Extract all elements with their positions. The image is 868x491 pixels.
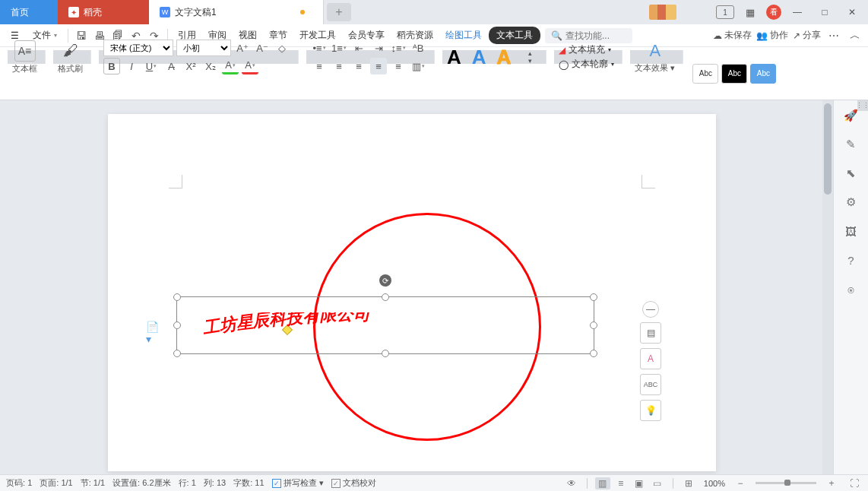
- text-style-black[interactable]: A: [447, 46, 461, 69]
- underline-button[interactable]: U▾: [143, 58, 160, 74]
- collapse-ribbon-icon[interactable]: ︿: [847, 27, 863, 44]
- resize-handle[interactable]: [590, 322, 597, 329]
- pen-icon[interactable]: ✎: [844, 137, 859, 152]
- font-name-select[interactable]: 宋体 (正文): [103, 40, 173, 56]
- zoom-slider-handle[interactable]: [784, 480, 790, 486]
- fullscreen-icon[interactable]: ⛶: [847, 477, 862, 489]
- text-outline-button[interactable]: ◯文本轮廓▾: [559, 58, 614, 71]
- menu-text-tools[interactable]: 文本工具: [489, 27, 540, 44]
- panel-handle-icon[interactable]: ⋮⋮: [857, 100, 868, 111]
- maximize-button[interactable]: □: [813, 3, 836, 21]
- apps-icon[interactable]: ▦: [739, 3, 762, 21]
- select-icon[interactable]: ⬉: [844, 166, 859, 181]
- image-icon[interactable]: 🖼: [844, 223, 859, 239]
- highlight-button[interactable]: A▾: [222, 58, 239, 74]
- resize-handle[interactable]: [173, 322, 181, 329]
- superscript-button[interactable]: X²: [182, 58, 199, 74]
- view-read-icon[interactable]: ▭: [650, 477, 665, 489]
- eye-icon[interactable]: 👁: [564, 477, 579, 489]
- proofread-button[interactable]: ✓文档校对: [331, 477, 376, 489]
- shrink-font-icon[interactable]: A⁻: [254, 40, 271, 56]
- indent-right-icon[interactable]: ⇥: [370, 40, 387, 56]
- zoom-out-icon[interactable]: −: [733, 477, 748, 489]
- resize-handle[interactable]: [382, 350, 389, 357]
- abc-icon[interactable]: ABC: [640, 374, 661, 395]
- columns-icon[interactable]: ▥▾: [410, 58, 426, 74]
- resize-handle[interactable]: [590, 350, 597, 357]
- rotate-handle-icon[interactable]: ⟳: [379, 274, 391, 287]
- idea-icon[interactable]: 💡: [640, 400, 661, 421]
- resize-handle[interactable]: [590, 293, 597, 301]
- bullets-icon[interactable]: •≡▾: [311, 40, 328, 56]
- settings-icon[interactable]: ⚙: [844, 195, 859, 210]
- resize-handle[interactable]: [173, 350, 181, 357]
- subscript-button[interactable]: X₂: [202, 58, 219, 74]
- line-spacing-icon[interactable]: ↕≡▾: [390, 40, 407, 56]
- tab-docker[interactable]: ✦稻壳: [58, 0, 149, 24]
- view-page-icon[interactable]: ▥: [595, 477, 610, 489]
- search-box[interactable]: 🔍: [545, 28, 632, 43]
- close-button[interactable]: ✕: [841, 3, 863, 21]
- indent-left-icon[interactable]: ⇤: [350, 40, 367, 56]
- grow-font-icon[interactable]: A⁺: [234, 40, 251, 56]
- paragraph-tag-icon[interactable]: 📄▾: [146, 321, 160, 334]
- tab-home[interactable]: 首页: [0, 0, 58, 24]
- page-num[interactable]: 页码: 1: [6, 477, 32, 489]
- text-style-blue[interactable]: A: [472, 46, 486, 69]
- resize-handle[interactable]: [173, 293, 181, 301]
- align-left-icon[interactable]: ≡: [311, 58, 328, 74]
- workspace-badge[interactable]: 1: [716, 5, 734, 19]
- zoom-in-icon[interactable]: +: [824, 477, 839, 489]
- spell-check-toggle[interactable]: ✓拼写检查 ▾: [272, 477, 324, 489]
- wrap-icon[interactable]: ▤: [640, 322, 661, 344]
- menu-draw-tools[interactable]: 绘图工具: [440, 26, 487, 45]
- add-tab-button[interactable]: +: [327, 3, 351, 21]
- preset-black[interactable]: Abc: [721, 64, 747, 84]
- align-right-icon[interactable]: ≡: [350, 58, 367, 74]
- unsaved-link[interactable]: ☁未保存: [713, 29, 752, 42]
- collapse-icon[interactable]: —: [642, 301, 659, 318]
- align-distribute-icon[interactable]: ≡: [390, 58, 407, 74]
- strike-button[interactable]: A̶: [163, 58, 179, 74]
- preset-white[interactable]: Abc: [692, 64, 718, 84]
- text-style-orange[interactable]: A: [497, 46, 512, 69]
- minimize-button[interactable]: —: [786, 3, 809, 21]
- preset-blue[interactable]: Abc: [750, 64, 776, 84]
- view-web-icon[interactable]: ▣: [632, 477, 647, 489]
- coop-link[interactable]: 👥协作: [756, 29, 788, 42]
- avatar[interactable]: 看: [766, 5, 781, 20]
- font-color-button[interactable]: A▾: [242, 58, 258, 74]
- align-justify-icon[interactable]: ≡: [370, 58, 387, 74]
- numbering-icon[interactable]: 1≡▾: [331, 40, 347, 56]
- share-link[interactable]: ↗分享: [793, 29, 821, 42]
- document-page[interactable]: 📄▾ ⟳ 工坊星辰科技有限公司 — ▤ A ABC 💡: [108, 114, 716, 471]
- zoom-level[interactable]: 100%: [704, 479, 725, 488]
- textbox-button[interactable]: A≡文本框: [12, 40, 37, 74]
- page-count[interactable]: 页面: 1/1: [40, 477, 72, 489]
- tab-document[interactable]: W文字文稿1: [149, 0, 324, 24]
- word-count[interactable]: 字数: 11: [233, 477, 264, 489]
- view-outline-icon[interactable]: ≡: [613, 477, 629, 489]
- italic-button[interactable]: I: [123, 58, 140, 74]
- format-painter-button[interactable]: 🖌格式刷: [58, 40, 83, 74]
- wordart-textbox[interactable]: ⟳ 工坊星辰科技有限公司: [176, 296, 594, 354]
- font-format-icon[interactable]: A: [640, 348, 661, 369]
- text-direction-icon[interactable]: ᴬB: [410, 40, 426, 56]
- rocket-icon[interactable]: 🚀: [844, 108, 859, 123]
- style-more-icon[interactable]: ▴▾: [521, 49, 538, 65]
- resize-handle[interactable]: [382, 293, 389, 301]
- help-icon[interactable]: ?: [844, 252, 859, 268]
- fit-icon[interactable]: ⊞: [681, 477, 696, 489]
- clear-format-icon[interactable]: ◇: [274, 40, 290, 56]
- zoom-slider[interactable]: [756, 482, 816, 484]
- scrollbar-thumb[interactable]: [824, 103, 832, 195]
- vertical-scrollbar[interactable]: [822, 100, 833, 474]
- bold-button[interactable]: B: [103, 58, 120, 74]
- bulb-icon[interactable]: ⍟: [844, 281, 859, 296]
- text-fill-button[interactable]: ◢文本填充▾: [559, 43, 611, 56]
- books-icon[interactable]: [649, 5, 676, 20]
- font-size-select[interactable]: 小初: [176, 40, 231, 56]
- align-center-icon[interactable]: ≡: [331, 58, 347, 74]
- more-icon[interactable]: ⋯: [825, 27, 842, 44]
- text-effect-button[interactable]: A文本效果 ▾: [635, 41, 675, 74]
